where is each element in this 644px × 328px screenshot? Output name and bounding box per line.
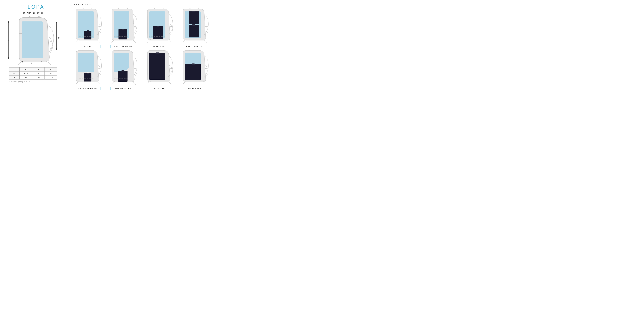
icu-label-small-pro: SMALL PRO: [146, 45, 172, 48]
svg-rect-37: [149, 53, 165, 80]
back-panel-note: Back Panel Opening: 7.8 × 18": [8, 81, 57, 83]
cm-b: 20.3: [32, 75, 44, 79]
svg-rect-41: [185, 64, 201, 80]
left-panel: TILOPA ICU FITTING GUIDE A: [0, 0, 66, 109]
svg-marker-11: [56, 48, 57, 50]
svg-rect-4: [50, 41, 52, 42]
svg-rect-23: [170, 26, 172, 27]
icu-label-small-pro-x2: SMALL PRO (x2): [182, 45, 207, 48]
guide-subtitle: ICU FITTING GUIDE: [22, 12, 44, 14]
in-a: 16.5: [20, 71, 32, 75]
svg-rect-29: [206, 26, 207, 27]
icu-image-small-pro-x2: [178, 8, 211, 44]
icu-item-micro: MICRO: [70, 8, 105, 48]
svg-rect-13: [84, 30, 92, 39]
recommended-icon: [70, 3, 72, 5]
svg-rect-22: [157, 26, 159, 27]
dim-c-label: C: [58, 37, 60, 39]
svg-rect-35: [122, 70, 124, 71]
right-panel: = = Recommended: [66, 0, 215, 109]
svg-rect-14: [87, 30, 89, 31]
icu-label-small-shallow: SMALL SHALLOW: [110, 45, 136, 48]
recommended-row: = = Recommended: [70, 3, 212, 5]
svg-rect-18: [122, 29, 124, 30]
main-backpack-svg: [12, 16, 57, 65]
svg-marker-10: [56, 21, 57, 23]
brand-title: TILOPA: [21, 4, 44, 10]
dim-b-label: B: [31, 62, 32, 64]
icu-image-medium-slope: [107, 50, 140, 85]
svg-rect-28: [192, 24, 195, 25]
icu-image-medium-shallow: [71, 50, 104, 85]
svg-rect-19: [134, 26, 136, 27]
icu-item-xlarge-pro: XLARGE PRO: [177, 50, 212, 90]
svg-rect-26: [192, 11, 195, 12]
unit-in: IN: [8, 71, 20, 75]
svg-rect-5: [50, 48, 52, 49]
svg-rect-31: [84, 73, 92, 81]
icu-label-xlarge-pro: XLARGE PRO: [182, 87, 207, 90]
svg-rect-15: [98, 26, 100, 27]
unit-cm: CM: [8, 75, 20, 79]
measurements-table: A B C IN 16.5 8 20 CM 42 20.3 50.8: [8, 67, 57, 79]
bag-svg-medium-shallow: [71, 50, 104, 85]
bag-svg-small-pro: [142, 8, 175, 44]
svg-rect-38: [156, 52, 159, 54]
backpack-diagram: A B: [6, 16, 60, 65]
icu-item-medium-slope: MEDIUM SLOPE: [106, 50, 140, 90]
svg-rect-34: [118, 71, 128, 82]
icu-image-large-pro: [142, 50, 175, 85]
recommended-text: = Recommended: [76, 3, 91, 5]
svg-rect-43: [206, 68, 207, 69]
measurements-table-wrap: A B C IN 16.5 8 20 CM 42 20.3 50.8: [8, 67, 57, 83]
icu-image-small-shallow: [107, 8, 140, 44]
dim-a-label: A: [8, 40, 9, 42]
icu-item-medium-shallow: MEDIUM SHALLOW: [70, 50, 105, 90]
svg-marker-2: [8, 57, 9, 59]
in-c: 20: [45, 71, 57, 75]
col-c: C: [45, 67, 57, 71]
icu-item-small-shallow: SMALL SHALLOW: [106, 8, 140, 48]
icu-item-small-pro: SMALL PRO: [142, 8, 176, 48]
icu-image-xlarge-pro: [178, 50, 211, 85]
svg-rect-27: [189, 25, 199, 37]
icu-label-micro: MICRO: [75, 45, 100, 48]
svg-rect-32: [87, 73, 89, 74]
icu-options-grid: MICRO: [70, 8, 212, 90]
svg-rect-17: [118, 29, 127, 39]
svg-marker-1: [8, 21, 9, 23]
svg-rect-42: [192, 63, 195, 65]
svg-rect-40: [185, 53, 201, 65]
icu-image-micro: [71, 8, 104, 44]
col-a: A: [20, 67, 32, 71]
icu-label-large-pro: LARGE PRO: [146, 87, 172, 90]
svg-rect-36: [134, 68, 136, 69]
bag-svg-micro: [71, 8, 104, 44]
bag-svg-large-pro: [142, 50, 175, 85]
equals-sign: =: [74, 3, 75, 5]
col-b: B: [32, 67, 44, 71]
bag-svg-medium-slope: [107, 50, 140, 85]
icu-item-small-pro-x2: SMALL PRO (x2): [177, 8, 212, 48]
cm-a: 42: [20, 75, 32, 79]
col-empty: [8, 67, 20, 71]
cm-c: 50.8: [45, 75, 57, 79]
svg-rect-33: [98, 68, 100, 69]
svg-rect-25: [189, 11, 199, 24]
bag-svg-small-pro-x2: [178, 8, 211, 44]
icu-label-medium-shallow: MEDIUM SHALLOW: [75, 87, 100, 90]
row-cm: CM 42 20.3 50.8: [8, 75, 57, 79]
svg-rect-30: [78, 53, 94, 72]
in-b: 8: [32, 71, 44, 75]
icu-label-medium-slope: MEDIUM SLOPE: [110, 87, 136, 90]
arrow-c: [55, 21, 58, 50]
svg-marker-7: [21, 61, 23, 62]
icu-item-large-pro: LARGE PRO: [142, 50, 176, 90]
row-in: IN 16.5 8 20: [8, 71, 57, 75]
svg-marker-8: [41, 61, 43, 62]
svg-rect-3: [22, 21, 43, 58]
bag-svg-small-shallow: [107, 8, 140, 44]
bag-svg-xlarge-pro: [178, 50, 211, 85]
svg-rect-39: [170, 68, 172, 69]
icu-image-small-pro: [142, 8, 175, 44]
